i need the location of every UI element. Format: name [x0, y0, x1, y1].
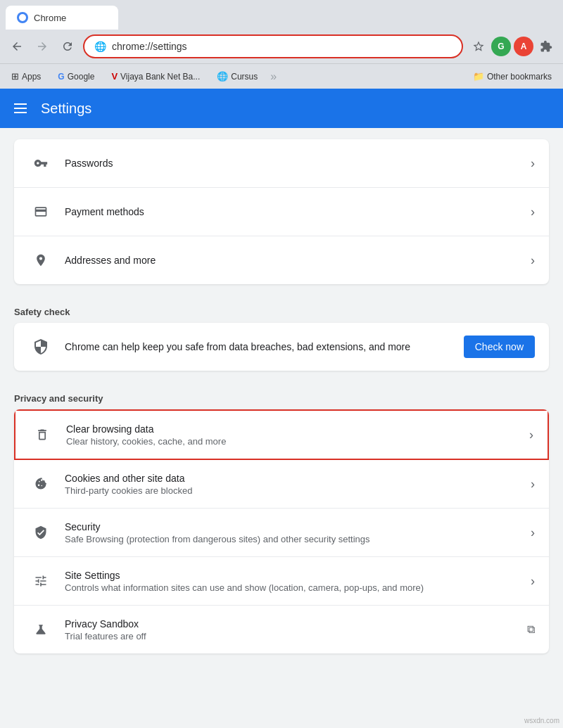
browser-chrome: Chrome 🌐 chrome://settings G A	[0, 0, 563, 89]
vijaya-favicon: V	[111, 71, 118, 82]
payment-methods-content: Payment methods	[65, 206, 531, 217]
privacy-sandbox-subtitle: Trial features are off	[65, 631, 527, 641]
credit-card-icon	[28, 199, 53, 224]
cookies-row[interactable]: Cookies and other site data Third-party …	[14, 460, 549, 509]
browser-tab[interactable]: Chrome	[6, 6, 118, 30]
site-settings-title: Site Settings	[65, 570, 531, 581]
safety-check-description: Chrome can help keep you safe from data …	[65, 341, 453, 352]
privacy-security-label: Privacy and security	[0, 382, 563, 409]
tab-bar: Chrome	[0, 0, 563, 30]
address-bar[interactable]: 🌐 chrome://settings	[83, 34, 463, 58]
profile-icon[interactable]: G	[491, 37, 511, 56]
refresh-button[interactable]	[58, 37, 77, 56]
security-subtitle: Safe Browsing (protection from dangerous…	[65, 534, 531, 544]
clear-browsing-data-row[interactable]: Clear browsing data Clear history, cooki…	[14, 409, 549, 460]
settings-page: Settings Passwords › Payment me	[0, 89, 563, 676]
payment-methods-row[interactable]: Payment methods ›	[14, 188, 549, 236]
cookies-chevron: ›	[531, 477, 535, 492]
location-icon	[28, 248, 53, 273]
site-settings-content: Site Settings Controls what information …	[65, 570, 531, 593]
site-settings-subtitle: Controls what information sites can use …	[65, 582, 531, 593]
account-icon[interactable]: A	[514, 37, 533, 56]
bookmark-google-label: Google	[68, 72, 95, 82]
site-settings-chevron: ›	[531, 574, 535, 589]
other-bookmarks[interactable]: 📁 Other bookmarks	[469, 70, 556, 83]
addresses-row[interactable]: Addresses and more ›	[14, 236, 549, 284]
privacy-sandbox-title: Privacy Sandbox	[65, 618, 527, 630]
clear-browsing-data-content: Clear browsing data Clear history, cooki…	[66, 423, 529, 447]
bookmark-vijaya-label: Vijaya Bank Net Ba...	[120, 72, 200, 82]
external-link-icon: ⧉	[527, 623, 535, 636]
privacy-sandbox-row[interactable]: Privacy Sandbox Trial features are off ⧉	[14, 606, 549, 653]
trash-icon	[30, 422, 55, 447]
settings-header: Settings	[0, 89, 563, 128]
navigation-bar: 🌐 chrome://settings G A	[0, 30, 563, 63]
safety-check-card: Chrome can help keep you safe from data …	[14, 323, 549, 371]
cookies-title: Cookies and other site data	[65, 473, 531, 484]
addresses-chevron: ›	[531, 253, 535, 268]
security-content: Security Safe Browsing (protection from …	[65, 521, 531, 544]
addresses-title: Addresses and more	[65, 255, 531, 266]
site-settings-row[interactable]: Site Settings Controls what information …	[14, 557, 549, 606]
bookmark-vijaya[interactable]: V Vijaya Bank Net Ba...	[107, 70, 204, 83]
cookies-content: Cookies and other site data Third-party …	[65, 473, 531, 496]
privacy-security-card: Clear browsing data Clear history, cooki…	[14, 409, 549, 653]
svg-point-0	[19, 14, 26, 21]
cookies-subtitle: Third-party cookies are blocked	[65, 485, 531, 496]
bookmarks-more-indicator[interactable]: »	[270, 70, 277, 83]
bookmarks-bar: ⊞ Apps G Google V Vijaya Bank Net Ba... …	[0, 63, 563, 89]
nav-icons: G A	[469, 37, 556, 56]
check-now-button[interactable]: Check now	[464, 336, 535, 358]
cursus-favicon: 🌐	[217, 71, 228, 82]
star-icon[interactable]	[469, 37, 488, 56]
passwords-title: Passwords	[65, 158, 531, 169]
privacy-sandbox-content: Privacy Sandbox Trial features are off	[65, 618, 527, 641]
bookmark-google[interactable]: G Google	[53, 70, 99, 83]
extensions-icon[interactable]	[536, 37, 556, 56]
back-button[interactable]	[7, 37, 27, 56]
bookmark-apps[interactable]: ⊞ Apps	[7, 70, 45, 83]
clear-browsing-data-title: Clear browsing data	[66, 423, 529, 435]
safety-check-row: Chrome can help keep you safe from data …	[14, 323, 549, 371]
folder-icon: 📁	[473, 71, 484, 82]
shield-half-icon	[28, 520, 53, 545]
safety-check-label: Safety check	[0, 295, 563, 323]
cookie-icon	[28, 471, 53, 497]
flask-icon	[28, 617, 53, 642]
bookmark-cursus-label: Cursus	[231, 72, 258, 82]
passwords-row[interactable]: Passwords ›	[14, 139, 549, 188]
passwords-chevron: ›	[531, 156, 535, 171]
forward-button[interactable]	[32, 37, 52, 56]
watermark: wsxdn.com	[524, 717, 559, 724]
settings-page-title: Settings	[41, 101, 91, 117]
key-icon	[28, 151, 53, 176]
clear-browsing-data-chevron: ›	[529, 428, 533, 442]
settings-content: Passwords › Payment methods ›	[0, 128, 563, 676]
address-text: chrome://settings	[112, 41, 452, 52]
security-row[interactable]: Security Safe Browsing (protection from …	[14, 509, 549, 557]
tab-title: Chrome	[34, 13, 66, 23]
sliders-icon	[28, 568, 53, 594]
other-bookmarks-label: Other bookmarks	[487, 72, 552, 82]
address-favicon: 🌐	[94, 41, 106, 52]
bookmark-cursus[interactable]: 🌐 Cursus	[213, 70, 262, 83]
security-title: Security	[65, 521, 531, 532]
shield-icon	[28, 334, 53, 359]
payment-methods-title: Payment methods	[65, 206, 531, 217]
apps-grid-icon: ⊞	[11, 71, 19, 82]
payment-methods-chevron: ›	[531, 205, 535, 219]
bookmark-apps-label: Apps	[22, 72, 41, 82]
clear-browsing-data-subtitle: Clear history, cookies, cache, and more	[66, 436, 529, 447]
passwords-content: Passwords	[65, 158, 531, 169]
autofill-section-card: Passwords › Payment methods ›	[14, 139, 549, 284]
tab-favicon	[17, 12, 28, 23]
google-favicon: G	[58, 72, 64, 82]
security-chevron: ›	[531, 525, 535, 540]
addresses-content: Addresses and more	[65, 255, 531, 266]
hamburger-menu[interactable]	[14, 103, 27, 113]
